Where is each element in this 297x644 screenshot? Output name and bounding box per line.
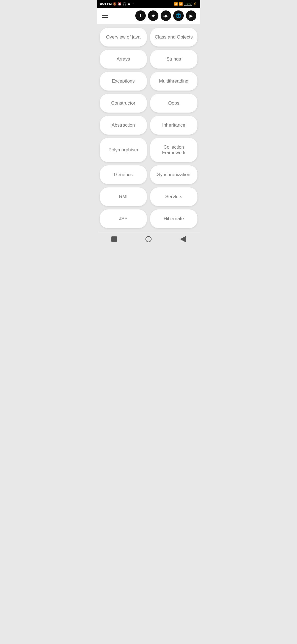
hamburger-line-1 xyxy=(102,14,108,14)
topic-btn-arrays[interactable]: Arrays xyxy=(100,50,147,69)
hamburger-line-3 xyxy=(102,17,108,18)
more-icon: ··· xyxy=(131,2,134,6)
topic-btn-oops[interactable]: Oops xyxy=(150,94,197,113)
time: 8:21 PM xyxy=(100,2,112,6)
signal-icon: 📶 xyxy=(179,2,183,6)
topic-btn-polymorphism[interactable]: Polymorphism xyxy=(100,138,147,162)
topic-btn-generics[interactable]: Generics xyxy=(100,165,147,184)
topic-btn-servlets[interactable]: Servlets xyxy=(150,187,197,206)
star-icon: ★ xyxy=(151,13,155,18)
mute-icon: 🔕 xyxy=(113,2,117,6)
hamburger-line-2 xyxy=(102,15,108,16)
charging-icon: ⚡ xyxy=(193,2,197,6)
topic-btn-class-and-objects[interactable]: Class and Objects xyxy=(150,28,197,47)
status-bar: 8:21 PM 🔕 ⏰ 🎧 ⚙ ··· 📶 📶 70% ⚡ xyxy=(97,0,200,8)
back-button[interactable] xyxy=(180,236,186,242)
status-left: 8:21 PM 🔕 ⏰ 🎧 ⚙ ··· xyxy=(100,2,134,6)
top-bar: ⬆ ★ ≡▶ 🌐 ▶ xyxy=(97,8,200,24)
wifi-icon: 📶 xyxy=(174,2,178,6)
playlist-button[interactable]: ≡▶ xyxy=(161,10,171,21)
topic-btn-rmi[interactable]: RMI xyxy=(100,187,147,206)
settings-icon: ⚙ xyxy=(128,2,130,6)
bottom-nav xyxy=(97,232,200,247)
topic-btn-exceptions[interactable]: Exceptions xyxy=(100,72,147,91)
status-right: 📶 📶 70% ⚡ xyxy=(174,2,197,6)
share-button[interactable]: ⬆ xyxy=(135,10,146,21)
home-button[interactable] xyxy=(145,236,152,242)
topic-btn-strings[interactable]: Strings xyxy=(150,50,197,69)
topic-btn-jsp[interactable]: JSP xyxy=(100,209,147,228)
play-store-button[interactable]: ▶ xyxy=(186,10,196,21)
share-icon: ⬆ xyxy=(139,13,142,18)
star-button[interactable]: ★ xyxy=(148,10,158,21)
stop-button[interactable] xyxy=(111,236,117,242)
back-icon xyxy=(180,236,186,242)
topic-btn-constructor[interactable]: Constructor xyxy=(100,94,147,113)
topic-btn-hibernate[interactable]: Hibernate xyxy=(150,209,197,228)
playlist-icon: ≡▶ xyxy=(163,14,168,18)
topic-btn-overview-of-java[interactable]: Overview of java xyxy=(100,28,147,47)
menu-button[interactable] xyxy=(101,13,109,19)
stop-icon xyxy=(111,236,117,242)
toolbar-icons: ⬆ ★ ≡▶ 🌐 ▶ xyxy=(135,10,196,21)
topic-btn-inheritance[interactable]: Inheritance xyxy=(150,116,197,135)
topic-btn-synchronization[interactable]: Synchronization xyxy=(150,165,197,184)
alarm-icon: ⏰ xyxy=(118,2,122,6)
topic-btn-abstraction[interactable]: Abstraction xyxy=(100,116,147,135)
globe-icon: 🌐 xyxy=(176,13,181,18)
topic-btn-collection-framework[interactable]: Collection Framework xyxy=(150,138,197,162)
home-icon xyxy=(145,236,152,242)
topics-grid: Overview of javaClass and ObjectsArraysS… xyxy=(97,24,200,232)
battery-indicator: 70% xyxy=(184,2,192,6)
topic-btn-multithreading[interactable]: Multithreading xyxy=(150,72,197,91)
globe-button[interactable]: 🌐 xyxy=(173,10,184,21)
play-store-icon: ▶ xyxy=(189,13,193,18)
headphone-icon: 🎧 xyxy=(123,2,127,6)
